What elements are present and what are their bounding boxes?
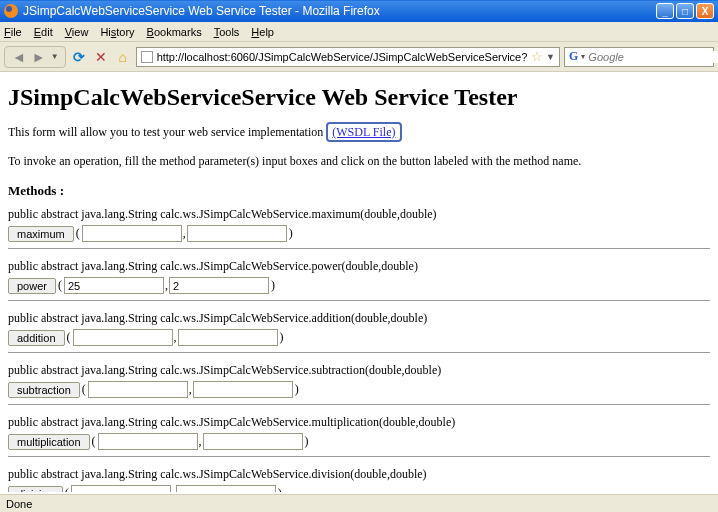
menu-help[interactable]: Help xyxy=(251,26,274,38)
comma: , xyxy=(189,382,192,397)
menu-bookmarks[interactable]: Bookmarks xyxy=(147,26,202,38)
open-paren: ( xyxy=(58,278,62,293)
close-paren: ) xyxy=(305,434,309,449)
wsdl-link[interactable]: (WSDL File) xyxy=(326,122,401,142)
open-paren: ( xyxy=(65,486,69,492)
menu-file[interactable]: File xyxy=(4,26,22,38)
maximum-param2[interactable] xyxy=(187,225,287,242)
menu-tools[interactable]: Tools xyxy=(214,26,240,38)
methods-heading: Methods : xyxy=(8,183,710,199)
division-param1[interactable] xyxy=(71,485,171,492)
addition-param2[interactable] xyxy=(178,329,278,346)
method-power: public abstract java.lang.String calc.ws… xyxy=(8,259,710,294)
intro-text: This form will allow you to test your we… xyxy=(8,125,710,140)
close-button[interactable]: X xyxy=(696,3,714,19)
toolbar: ◄ ► ▼ ⟳ ✕ ⌂ ☆ ▼ G ▾ 🔍 xyxy=(0,42,718,72)
firefox-icon xyxy=(4,4,18,18)
instructions: To invoke an operation, fill the method … xyxy=(8,154,710,169)
power-param2[interactable] xyxy=(169,277,269,294)
address-bar[interactable]: ☆ ▼ xyxy=(136,47,560,67)
method-division: public abstract java.lang.String calc.ws… xyxy=(8,467,710,492)
menu-history[interactable]: History xyxy=(100,26,134,38)
close-paren: ) xyxy=(271,278,275,293)
open-paren: ( xyxy=(82,382,86,397)
page-title: JSimpCalcWebServiceService Web Service T… xyxy=(8,84,710,111)
maximum-param1[interactable] xyxy=(82,225,182,242)
divider xyxy=(8,456,710,457)
page-content: JSimpCalcWebServiceService Web Service T… xyxy=(0,72,718,492)
google-icon: G xyxy=(569,49,578,64)
reload-button[interactable]: ⟳ xyxy=(70,48,88,66)
home-button[interactable]: ⌂ xyxy=(114,48,132,66)
method-addition: public abstract java.lang.String calc.ws… xyxy=(8,311,710,346)
intro-pre: This form will allow you to test your we… xyxy=(8,125,326,139)
status-bar: Done xyxy=(0,494,718,512)
close-paren: ) xyxy=(289,226,293,241)
url-dropdown[interactable]: ▼ xyxy=(546,52,555,62)
close-paren: ) xyxy=(278,486,282,492)
signature-power: public abstract java.lang.String calc.ws… xyxy=(8,259,710,274)
signature-maximum: public abstract java.lang.String calc.ws… xyxy=(8,207,710,222)
addition-param1[interactable] xyxy=(73,329,173,346)
search-bar[interactable]: G ▾ 🔍 xyxy=(564,47,714,67)
minimize-button[interactable]: _ xyxy=(656,3,674,19)
signature-subtraction: public abstract java.lang.String calc.ws… xyxy=(8,363,710,378)
url-input[interactable] xyxy=(157,51,527,63)
bookmark-star-icon[interactable]: ☆ xyxy=(531,49,543,64)
power-param1[interactable] xyxy=(64,277,164,294)
signature-multiplication: public abstract java.lang.String calc.ws… xyxy=(8,415,710,430)
search-engine-dropdown[interactable]: ▾ xyxy=(581,52,585,61)
invoke-subtraction-button[interactable]: subtraction xyxy=(8,382,80,398)
open-paren: ( xyxy=(76,226,80,241)
stop-button[interactable]: ✕ xyxy=(92,48,110,66)
multiplication-param1[interactable] xyxy=(98,433,198,450)
subtraction-param1[interactable] xyxy=(88,381,188,398)
divider xyxy=(8,300,710,301)
page-icon xyxy=(141,51,153,63)
menu-bar: File Edit View History Bookmarks Tools H… xyxy=(0,22,718,42)
search-input[interactable] xyxy=(588,51,718,63)
comma: , xyxy=(172,486,175,492)
close-paren: ) xyxy=(295,382,299,397)
status-text: Done xyxy=(6,498,32,510)
close-paren: ) xyxy=(280,330,284,345)
window-title: JSimpCalcWebServiceService Web Service T… xyxy=(23,4,656,18)
comma: , xyxy=(183,226,186,241)
invoke-addition-button[interactable]: addition xyxy=(8,330,65,346)
comma: , xyxy=(174,330,177,345)
method-multiplication: public abstract java.lang.String calc.ws… xyxy=(8,415,710,450)
menu-view[interactable]: View xyxy=(65,26,89,38)
divider xyxy=(8,404,710,405)
back-button[interactable]: ◄ xyxy=(9,49,29,65)
menu-edit[interactable]: Edit xyxy=(34,26,53,38)
invoke-power-button[interactable]: power xyxy=(8,278,56,294)
invoke-multiplication-button[interactable]: multiplication xyxy=(8,434,90,450)
divider xyxy=(8,248,710,249)
comma: , xyxy=(165,278,168,293)
comma: , xyxy=(199,434,202,449)
window-titlebar: JSimpCalcWebServiceService Web Service T… xyxy=(0,0,718,22)
divider xyxy=(8,352,710,353)
method-maximum: public abstract java.lang.String calc.ws… xyxy=(8,207,710,242)
maximize-button[interactable]: □ xyxy=(676,3,694,19)
division-param2[interactable] xyxy=(176,485,276,492)
nav-buttons: ◄ ► ▼ xyxy=(4,46,66,68)
nav-history-dropdown[interactable]: ▼ xyxy=(49,52,61,61)
signature-division: public abstract java.lang.String calc.ws… xyxy=(8,467,710,482)
invoke-maximum-button[interactable]: maximum xyxy=(8,226,74,242)
multiplication-param2[interactable] xyxy=(203,433,303,450)
open-paren: ( xyxy=(92,434,96,449)
subtraction-param2[interactable] xyxy=(193,381,293,398)
open-paren: ( xyxy=(67,330,71,345)
signature-addition: public abstract java.lang.String calc.ws… xyxy=(8,311,710,326)
invoke-division-button[interactable]: division xyxy=(8,486,63,493)
forward-button[interactable]: ► xyxy=(29,49,49,65)
method-subtraction: public abstract java.lang.String calc.ws… xyxy=(8,363,710,398)
